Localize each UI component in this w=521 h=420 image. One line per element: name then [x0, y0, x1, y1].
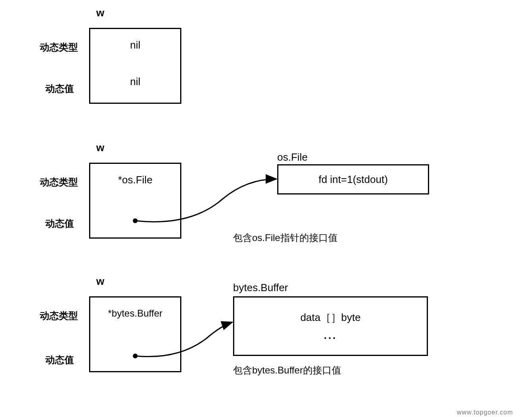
dynamic-type-label-2: 动态类型	[40, 176, 78, 189]
dynamic-value-label-1: 动态值	[45, 82, 74, 95]
target-label-3: bytes.Buffer	[233, 282, 288, 294]
dynamic-type-label-1: 动态类型	[40, 41, 78, 54]
type-cell-1: nil	[89, 28, 181, 62]
arrow-3	[0, 0, 521, 420]
dynamic-value-label-3: 动态值	[45, 354, 74, 366]
type-cell-2: *os.File	[89, 163, 181, 197]
caption-2: 包含os.File指针的接口值	[233, 231, 338, 244]
value-cell-3	[89, 329, 181, 372]
value-cell-1: nil	[89, 61, 181, 104]
arrow-2	[0, 0, 521, 420]
target-box-2: fd int=1(stdout)	[277, 164, 429, 194]
w-label-3: w	[96, 275, 104, 288]
w-label-2: w	[96, 142, 104, 154]
target-box-3: data［］byte ...	[233, 296, 428, 356]
dynamic-value-label-2: 动态值	[45, 217, 74, 230]
w-label-1: w	[96, 7, 104, 19]
target-content-3a: data［］byte	[300, 311, 361, 325]
target-content-2: fd int=1(stdout)	[319, 173, 388, 186]
type-cell-3: *bytes.Buffer	[89, 296, 181, 331]
dynamic-type-label-3: 动态类型	[40, 309, 78, 322]
target-label-2: os.File	[277, 151, 308, 163]
caption-3: 包含bytes.Buffer的接口值	[233, 364, 341, 377]
value-cell-2	[89, 196, 181, 239]
watermark: www.topgoer.com	[457, 409, 513, 416]
target-content-3b: ...	[324, 329, 337, 342]
